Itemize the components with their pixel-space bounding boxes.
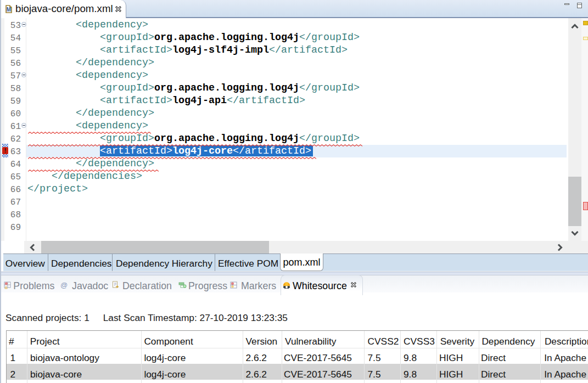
svg-text:M: M: [7, 7, 11, 13]
svg-text:@: @: [60, 281, 68, 289]
